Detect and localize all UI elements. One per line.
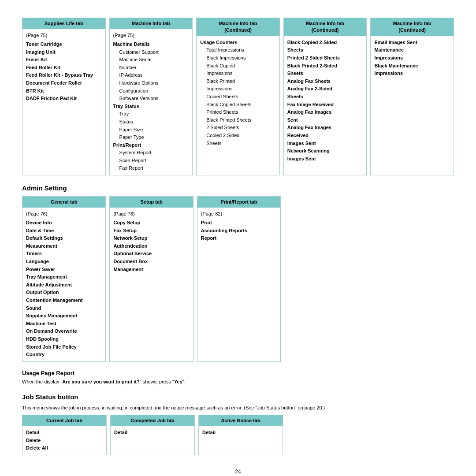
job-status-button-desc: This menu shows the job in process, in w… [22, 405, 454, 410]
active-notice-tab-header: Active Notice tab [199, 415, 283, 426]
print-report-page-ref: (Page 82) [201, 210, 277, 218]
list-item: System Report [113, 149, 189, 157]
list-item: Print/Report [113, 141, 189, 149]
machine-info-tab-box: Machine Info tab (Page 75) Machine Detai… [109, 18, 193, 175]
machine-info-cont1-box: Machine Info tab(Continued) Usage Counte… [196, 18, 280, 175]
list-item: Network ScanningImages Sent [287, 147, 363, 163]
list-item: Total Impressions [200, 46, 276, 54]
list-item: Output Option [26, 289, 102, 297]
empty-job-col [286, 415, 454, 455]
list-item: Feed Roller Kit - Bypass Tray [26, 71, 102, 79]
machine-info-cont1-header: Machine Info tab(Continued) [197, 18, 279, 36]
list-item: Management [113, 266, 189, 274]
usage-page-report-desc: When the display "Are you sure you want … [22, 379, 454, 384]
top-columns-row: Supplies Life tab (Page 75) Toner Cartri… [22, 18, 454, 175]
list-item: Print [201, 219, 277, 227]
current-job-tab-box: Current Job tab Detail Delete Delete All [22, 415, 107, 455]
list-item: 2 Sided Sheets [200, 124, 276, 132]
list-item: Optional Service [113, 250, 189, 258]
list-item: Printed Sheets [200, 108, 276, 116]
supplies-life-tab-box: Supplies Life tab (Page 75) Toner Cartri… [22, 18, 106, 175]
list-item: Fax Report [113, 164, 189, 172]
machine-info-tab-body: (Page 75) Machine Details Customer Suppo… [110, 29, 193, 175]
setup-tab-header: Setup tab [110, 197, 193, 208]
machine-info-tab-header: Machine Info tab [110, 18, 193, 29]
list-item: Analog Fax ImagesSent [287, 108, 363, 124]
list-item: Impressions [200, 70, 276, 78]
list-item: Contention Management [26, 297, 102, 305]
list-item: Copied Sheets [200, 93, 276, 101]
list-item: Measurement [26, 242, 102, 250]
machine-info-cont3-box: Machine Info tab(Continued) Email Images… [370, 18, 454, 175]
current-job-tab-body: Detail Delete Delete All [22, 426, 106, 455]
empty-col-2 [371, 196, 454, 362]
list-item: Toner Cartridge [26, 41, 102, 48]
list-item: Tray Management [26, 273, 102, 281]
list-item: Authentication [113, 242, 189, 250]
list-item: Machine Details [113, 41, 189, 48]
print-report-tab-box: Print/Report tab (Page 82) Print Account… [197, 196, 281, 362]
machine-info-cont2-header: Machine Info tab(Continued) [284, 18, 367, 36]
machine-info-cont1-body: Usage Counters Total Impressions Black I… [197, 36, 279, 150]
list-item: Black Printed 2-SidedSheets [287, 62, 363, 78]
list-item: Document Feeder Roller [26, 79, 102, 87]
list-item: Usage Counters [200, 39, 276, 47]
list-item: Language [26, 258, 102, 266]
list-item: DADF Friction Pad Kit [26, 95, 102, 103]
print-report-tab-header: Print/Report tab [197, 197, 280, 208]
list-item: BTR Kit [26, 87, 102, 95]
general-tab-page-ref: (Page 76) [26, 210, 102, 218]
job-status-button-title: Job Status button [22, 393, 454, 401]
list-item: HDD Spooling [26, 335, 102, 343]
list-item: Power Saver [26, 266, 102, 274]
list-item: Software Versions [113, 95, 189, 103]
list-item: Altitude Adjustment [26, 281, 102, 289]
list-item: Stored Job File Policy [26, 343, 102, 351]
page-number: 24 [22, 469, 454, 475]
list-item: Date & Time [26, 227, 102, 235]
list-item: Analog Fax Sheets [287, 78, 363, 86]
list-item: Paper Size [113, 126, 189, 134]
empty-col-1 [284, 196, 367, 362]
list-item: Sheets [200, 140, 276, 148]
list-item: Copied 2 Sided [200, 132, 276, 140]
list-item: Report [201, 234, 277, 242]
active-notice-tab-box: Active Notice tab Detail [198, 415, 283, 455]
general-tab-body: (Page 76) Device Info Date & Time Defaul… [22, 208, 105, 361]
list-item: Email Images Sent [374, 39, 450, 47]
completed-job-tab-body: Detail [111, 426, 194, 439]
list-item: Analog Fax ImagesReceived [287, 124, 363, 139]
list-item: Tray Status [113, 103, 189, 111]
list-item: Impressions [200, 85, 276, 93]
list-item: Supplies Management [26, 312, 102, 320]
current-job-tab-header: Current Job tab [22, 415, 106, 426]
usage-page-report-title: Usage Page Report [22, 370, 454, 376]
list-item: Scan Report [113, 157, 189, 165]
list-item: Detail [202, 429, 279, 437]
admin-columns-row: General tab (Page 76) Device Info Date &… [22, 196, 454, 362]
list-item: Black Copied 2-SidedSheets [287, 39, 363, 54]
list-item: Number [113, 64, 189, 72]
general-tab-box: General tab (Page 76) Device Info Date &… [22, 196, 106, 362]
list-item: Sound [26, 305, 102, 312]
list-item: On Demand Overwrite [26, 327, 102, 335]
machine-info-cont3-body: Email Images Sent MaintenanceImpressions… [371, 36, 454, 80]
list-item: Paper Type [113, 134, 189, 141]
supplies-life-tab-header: Supplies Life tab [22, 18, 105, 29]
setup-tab-box: Setup tab (Page 78) Copy Setup Fax Setup… [109, 196, 193, 362]
list-item: Hardware Options [113, 79, 189, 87]
list-item: Imaging Unit [26, 48, 102, 56]
admin-setting-title: Admin Setting [22, 184, 454, 192]
supplies-life-page-ref: (Page 75) [26, 32, 102, 40]
list-item: Black Copied [200, 62, 276, 70]
list-item: Machine Test [26, 320, 102, 328]
machine-info-cont3-header: Machine Info tab(Continued) [371, 18, 454, 36]
list-item: Black Impressions [200, 54, 276, 62]
list-item: Fuser Kit [26, 56, 102, 64]
list-item: Country [26, 351, 102, 359]
list-item: Feed Roller Kit [26, 64, 102, 72]
usage-page-report-section: Usage Page Report When the display "Are … [22, 370, 454, 384]
job-status-button-section: Job Status button This menu shows the jo… [22, 393, 454, 455]
list-item: Black Printed Sheets [200, 116, 276, 124]
list-item: Printed 2 Sided Sheets [287, 54, 363, 62]
